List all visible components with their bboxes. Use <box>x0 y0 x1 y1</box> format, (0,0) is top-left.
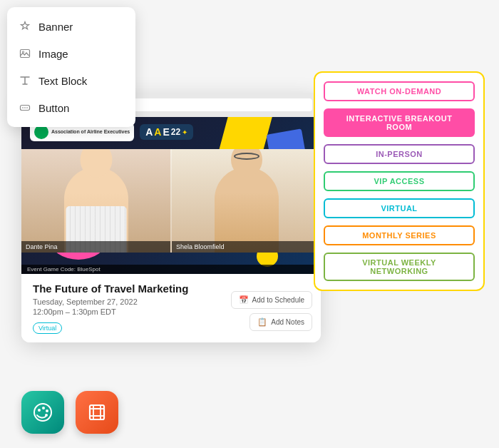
aae-letter-e: E <box>163 126 169 138</box>
session-badge-monthly-series[interactable]: MONTHLY SERIES <box>324 225 475 245</box>
person-right-silhouette <box>215 167 279 253</box>
svg-rect-0 <box>21 50 30 58</box>
add-notes-label: Add Notes <box>271 318 304 326</box>
aae-star-icon: ✦ <box>182 128 187 136</box>
speaker-left-person <box>21 149 170 253</box>
aae-year: 22 <box>171 127 180 137</box>
event-card: Association of Airline Executives A A E … <box>21 93 321 342</box>
frame-icon-button[interactable] <box>76 391 118 434</box>
calendar-icon: 📅 <box>239 295 249 305</box>
svg-rect-9 <box>90 405 104 419</box>
session-badge-interactive-breakout-room[interactable]: INTERACTIVE BREAKOUT ROOM <box>324 108 475 137</box>
person-left-head <box>80 149 112 178</box>
speaker-left-panel: Dante Pina <box>21 149 170 253</box>
event-info: The Future of Travel Marketing Tuesday, … <box>21 274 321 342</box>
aae-letter-a1: A <box>145 126 153 138</box>
star-icon <box>19 20 31 33</box>
session-badge-virtual-weekly-networking[interactable]: VIRTUAL WEEKLY NETWORKING <box>324 253 475 281</box>
add-to-schedule-button[interactable]: 📅 Add to Schedule <box>231 291 312 309</box>
event-video: Association of Airline Executives A A E … <box>21 117 321 274</box>
menu-item-button[interactable]: Button <box>7 94 135 121</box>
menu-item-button-label: Button <box>38 102 69 114</box>
person-left-body <box>64 167 128 253</box>
person-right-body <box>215 167 279 253</box>
speaker-right-panel: Shela Bloomfield <box>170 149 321 253</box>
palette-icon-button[interactable] <box>21 391 64 434</box>
aae-badge: A A E 22 ✦ <box>140 124 193 140</box>
menu-item-image[interactable]: Image <box>7 40 135 67</box>
notes-icon: 📋 <box>257 317 267 327</box>
logo-circle <box>34 125 48 139</box>
menu-item-image-label: Image <box>38 48 68 60</box>
svg-point-7 <box>46 409 48 412</box>
org-name: Association of Airline Executives <box>51 129 130 135</box>
person-right-glasses <box>234 153 259 160</box>
session-badge-in-person[interactable]: IN-PERSON <box>324 144 475 164</box>
speaker2-name-tag: Shela Bloomfield <box>172 241 321 253</box>
session-badge-watch-on-demand[interactable]: WATCH ON-DEMAND <box>324 81 475 101</box>
aae-letter-a2: A <box>154 126 161 138</box>
event-actions: 📅 Add to Schedule 📋 Add Notes <box>231 291 312 331</box>
speaker-right-person <box>172 149 321 253</box>
svg-point-1 <box>22 51 24 53</box>
svg-point-5 <box>38 409 41 412</box>
svg-point-6 <box>42 407 45 409</box>
session-badge-vip-access[interactable]: VIP ACCESS <box>324 171 475 191</box>
person-left-silhouette <box>64 167 128 253</box>
svg-rect-10 <box>93 409 101 416</box>
session-panel: WATCH ON-DEMANDINTERACTIVE BREAKOUT ROOM… <box>314 71 485 291</box>
menu-item-banner-label: Banner <box>38 21 73 33</box>
menu-item-text-block-label: Text Block <box>38 75 87 87</box>
frame-icon <box>86 401 108 424</box>
add-schedule-label: Add to Schedule <box>252 296 304 304</box>
game-code: Event Game Code: BlueSpot <box>21 265 321 274</box>
bottom-icons <box>21 391 118 434</box>
palette-icon <box>31 401 54 424</box>
menu-item-text-block[interactable]: Text Block <box>7 67 135 94</box>
image-icon <box>19 47 31 60</box>
session-badge-virtual[interactable]: VIRTUAL <box>324 198 475 218</box>
add-notes-button[interactable]: 📋 Add Notes <box>250 313 312 331</box>
speakers-row: Dante Pina Shela Bloomfield <box>21 149 321 253</box>
speaker1-name-tag: Dante Pina <box>21 241 170 253</box>
button-icon <box>19 101 31 114</box>
dropdown-menu: Banner Image Text Block Button <box>7 7 135 127</box>
text-icon <box>19 74 31 87</box>
menu-item-banner[interactable]: Banner <box>7 13 135 40</box>
event-tag: Virtual <box>33 322 62 334</box>
